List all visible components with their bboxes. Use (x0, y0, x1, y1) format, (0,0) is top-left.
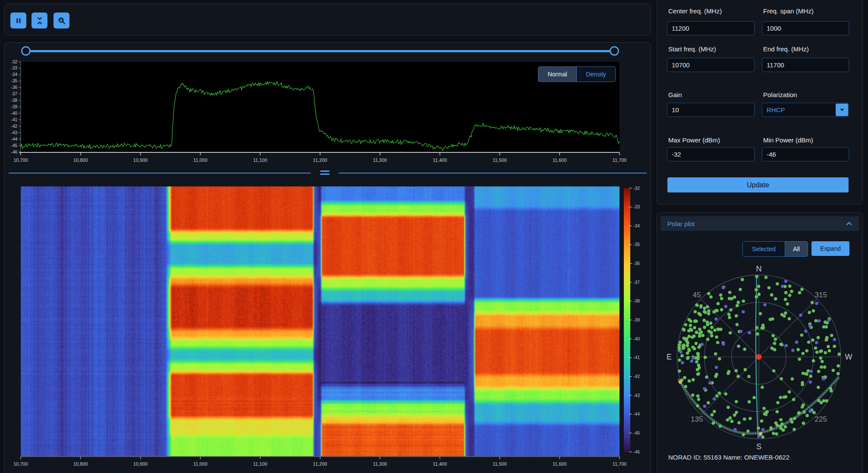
satellite-dot (715, 335, 718, 339)
satellite-dot (684, 385, 688, 388)
satellite-dot (802, 372, 805, 375)
satellite-dot (692, 378, 695, 382)
min-power-input[interactable] (762, 147, 849, 161)
splitter-drag-handle[interactable] (320, 170, 330, 172)
freq-range-slider-handle-left[interactable] (21, 46, 31, 56)
satellite-dot (772, 432, 775, 435)
satellite-dot (808, 324, 812, 328)
collapse-button[interactable] (31, 13, 47, 28)
waterfall-x-tick-label: 11,700 (613, 461, 627, 467)
satellite-dot (815, 302, 818, 305)
satellite-dot (694, 310, 697, 314)
freq-range-slider-handle-right[interactable] (610, 46, 619, 56)
satellite-dot (812, 309, 815, 313)
satellite-dot (689, 324, 692, 327)
satellite-dot (724, 392, 727, 396)
satellite-dot (696, 404, 699, 407)
satellite-dot (779, 343, 783, 346)
satellite-dot (764, 413, 768, 416)
satellite-dot (719, 328, 723, 331)
satellite-dot (808, 380, 812, 384)
waterfall-x-tick-label: 11,200 (313, 461, 327, 467)
mode-normal-button[interactable]: Normal (538, 67, 576, 82)
spectrum-y-tick-label: -34 (11, 72, 18, 77)
freq-span-input[interactable] (762, 21, 849, 35)
satellite-dot (696, 352, 700, 356)
satellite-dot (827, 318, 831, 322)
spectrum-mode-toggle: Normal Density (538, 66, 616, 82)
update-button[interactable]: Update (667, 177, 849, 192)
satellite-dot (786, 303, 789, 306)
satellite-dot (837, 372, 840, 375)
satellite-dot (742, 310, 745, 314)
satellite-dot (710, 334, 714, 337)
satellite-dot (707, 401, 710, 405)
satellite-dot (728, 291, 732, 294)
satellite-dot (808, 311, 811, 314)
satellite-dot (820, 366, 823, 369)
satellite-dot (697, 397, 701, 401)
spectrum-y-tick-label: -45 (11, 143, 18, 148)
zoom-reset-icon (57, 16, 66, 25)
start-freq-input[interactable] (667, 58, 755, 72)
splitter-drag-handle-bar2[interactable] (320, 173, 330, 175)
satellite-dot (699, 313, 702, 317)
end-freq-input[interactable] (762, 58, 849, 72)
spectrum-x-tick-label: 11,300 (373, 158, 387, 163)
waterfall-spectrogram[interactable] (21, 186, 620, 456)
spectrum-y-tick-label: -37 (11, 91, 18, 96)
satellite-dot (681, 361, 684, 365)
satellite-dot (679, 380, 682, 384)
satellite-dot (815, 341, 818, 344)
angle-label-225: 225 (815, 415, 827, 423)
caret-down-icon[interactable] (836, 104, 848, 116)
mode-density-button[interactable]: Density (576, 67, 615, 82)
satellite-dot (814, 347, 818, 350)
pause-button[interactable] (10, 13, 26, 28)
satellite-dot (804, 329, 808, 333)
satellite-dot (759, 432, 762, 435)
spectrum-x-tick-label: 11,700 (613, 158, 627, 163)
colorbar-tick-label: -32 (633, 186, 640, 191)
satellite-dot (688, 379, 691, 383)
satellite-dot (709, 295, 713, 299)
polarization-label: Polarization (763, 91, 797, 98)
satellite-dot (718, 357, 721, 361)
satellite-dot (703, 326, 706, 329)
colorbar-tick-label: -38 (633, 298, 640, 303)
satellite-dot (684, 323, 688, 327)
satellite-dot (790, 290, 793, 293)
satellite-dot (692, 334, 696, 338)
satellite-dot (700, 331, 703, 334)
satellite-dot (691, 346, 695, 349)
zoom-reset-button[interactable] (53, 13, 69, 28)
freq-range-slider-track[interactable] (25, 50, 614, 52)
satellite-dot (814, 319, 818, 322)
pause-icon (14, 16, 23, 25)
gain-input[interactable] (667, 103, 755, 117)
spectrum-y-tick-label: -42 (11, 124, 18, 129)
satellite-dot (832, 369, 835, 372)
satellite-dot (706, 323, 709, 326)
max-power-label: Max Power (dBm) (668, 136, 720, 144)
satellite-dot (682, 346, 686, 350)
spectrum-y-tick-label: -32 (11, 60, 18, 64)
waterfall-x-tick-label: 11,500 (493, 461, 507, 467)
satellite-dot (792, 398, 796, 401)
satellite-dot (770, 293, 774, 297)
satellite-dot (719, 424, 722, 428)
satellite-dot (748, 331, 751, 334)
satellite-dot (828, 349, 831, 353)
polarization-select[interactable]: RHCP (762, 103, 849, 117)
satellite-dot (755, 275, 758, 278)
satellite-dot (686, 356, 690, 359)
satellite-dot (805, 414, 809, 417)
satellite-dot (802, 422, 805, 425)
satellite-dot (774, 337, 777, 341)
center-freq-input[interactable] (667, 21, 755, 35)
satellite-dot (769, 426, 773, 430)
polar-sky-plot[interactable]: NSEW45315135225 (657, 213, 863, 473)
max-power-input[interactable] (667, 147, 755, 161)
satellite-dot (714, 318, 718, 321)
satellite-dot (785, 344, 788, 347)
